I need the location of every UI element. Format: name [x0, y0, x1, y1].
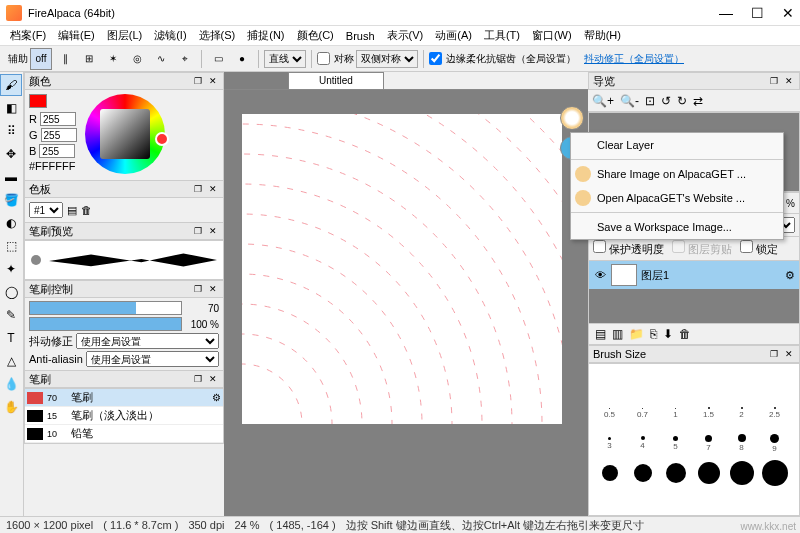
snap-grid-button[interactable]: ⊞ — [78, 48, 100, 70]
gradient-tool[interactable]: ◐ — [0, 212, 22, 234]
layer-new8-icon[interactable]: ▥ — [612, 327, 623, 341]
foreground-color-swatch[interactable] — [29, 94, 47, 108]
shake-correction-link[interactable]: 抖动修正（全局设置） — [584, 52, 684, 66]
color-wheel[interactable] — [85, 94, 165, 174]
menu-window[interactable]: 窗口(W) — [528, 26, 576, 45]
panel-undock-icon[interactable]: ❐ — [192, 183, 204, 195]
text-tool[interactable]: T — [0, 327, 22, 349]
select-wand-tool[interactable]: ✦ — [0, 258, 22, 280]
hue-handle[interactable] — [155, 132, 169, 146]
panel-undock-icon[interactable]: ❐ — [192, 75, 204, 87]
ctx-open-alpacaget[interactable]: Open AlpacaGET's Website ... — [571, 186, 783, 210]
brush-size-cell[interactable] — [659, 458, 692, 488]
menu-tools[interactable]: 工具(T) — [480, 26, 524, 45]
layer-folder-icon[interactable]: 📁 — [629, 327, 644, 341]
brush-list-item[interactable]: 10铅笔 — [25, 425, 223, 443]
fill-tool[interactable]: ▬ — [0, 166, 22, 188]
canvas[interactable] — [242, 114, 562, 424]
clip-check[interactable]: 图层剪贴 — [672, 240, 732, 257]
panel-close-icon[interactable]: ✕ — [783, 75, 795, 87]
bucket-tool[interactable]: 🪣 — [0, 189, 22, 211]
alpaca-float-button[interactable] — [560, 106, 584, 130]
zoom-fit-icon[interactable]: ⊡ — [645, 94, 655, 108]
brush-size-cell[interactable]: 9 — [758, 428, 791, 458]
eyedropper-tool[interactable]: 💧 — [0, 373, 22, 395]
palette-delete-icon[interactable]: 🗑 — [81, 204, 92, 216]
rotate-left-icon[interactable]: ↺ — [661, 94, 671, 108]
layer-merge-icon[interactable]: ⬇ — [663, 327, 673, 341]
shape-dot-button[interactable]: ● — [231, 48, 253, 70]
brush-tool[interactable]: 🖌 — [0, 74, 22, 96]
minimize-button[interactable]: — — [719, 5, 733, 21]
menu-edit[interactable]: 编辑(E) — [54, 26, 99, 45]
brush-size-cell[interactable] — [692, 368, 725, 398]
palette-select[interactable]: #1 — [29, 202, 63, 218]
brush-size-cell[interactable]: 2.5 — [758, 398, 791, 428]
snap-vanish-button[interactable]: ⌖ — [174, 48, 196, 70]
menu-file[interactable]: 档案(F) — [6, 26, 50, 45]
maximize-button[interactable]: ☐ — [751, 5, 764, 21]
brush-size-cell[interactable]: 2 — [725, 398, 758, 428]
ctx-clear-layer[interactable]: Clear Layer — [571, 133, 783, 157]
select-rect-tool[interactable]: ⬚ — [0, 235, 22, 257]
mirror-mode-select[interactable]: 双侧对称 — [356, 50, 418, 68]
menu-animation[interactable]: 动画(A) — [431, 26, 476, 45]
canvas-area[interactable] — [224, 90, 588, 516]
snap-circle-button[interactable]: ◎ — [126, 48, 148, 70]
brush-opacity-slider[interactable] — [29, 317, 182, 331]
line-type-select[interactable]: 直线 — [264, 50, 306, 68]
brush-size-cell[interactable]: 0.5 — [593, 398, 626, 428]
snap-parallel-button[interactable]: ∥ — [54, 48, 76, 70]
brush-size-slider[interactable] — [29, 301, 182, 315]
panel-close-icon[interactable]: ✕ — [207, 225, 219, 237]
move-tool[interactable]: ✥ — [0, 143, 22, 165]
panel-undock-icon[interactable]: ❐ — [192, 283, 204, 295]
ctx-share-alpacaget[interactable]: Share Image on AlpacaGET ... — [571, 162, 783, 186]
menu-layer[interactable]: 图层(L) — [103, 26, 146, 45]
brush-size-cell[interactable] — [725, 368, 758, 398]
protect-alpha-check[interactable]: 保护透明度 — [593, 240, 664, 257]
brush-size-cell[interactable] — [593, 368, 626, 398]
brush-size-cell[interactable] — [758, 458, 791, 488]
antialias-checkbox[interactable] — [429, 52, 442, 65]
palette-add-icon[interactable]: ▤ — [67, 204, 77, 217]
zoom-out-icon[interactable]: 🔍- — [620, 94, 639, 108]
brush-size-cell[interactable]: 5 — [659, 428, 692, 458]
r-input[interactable] — [40, 112, 76, 126]
panel-close-icon[interactable]: ✕ — [207, 183, 219, 195]
shake-select[interactable]: 使用全局设置 — [76, 333, 219, 349]
rotate-right-icon[interactable]: ↻ — [677, 94, 687, 108]
panel-undock-icon[interactable]: ❐ — [768, 75, 780, 87]
menu-help[interactable]: 帮助(H) — [580, 26, 625, 45]
g-input[interactable] — [41, 128, 77, 142]
gear-icon[interactable]: ⚙ — [785, 269, 795, 282]
brush-size-cell[interactable]: 0.7 — [626, 398, 659, 428]
aa-select[interactable]: 使用全局设置 — [86, 351, 219, 367]
hand-tool[interactable]: ✋ — [0, 396, 22, 418]
gear-icon[interactable]: ⚙ — [212, 392, 221, 403]
brush-size-cell[interactable] — [626, 458, 659, 488]
brush-size-cell[interactable] — [758, 368, 791, 398]
snap-off-button[interactable]: off — [30, 48, 52, 70]
brush-size-cell[interactable] — [692, 458, 725, 488]
layer-new-icon[interactable]: ▤ — [595, 327, 606, 341]
document-tab[interactable]: Untitled — [288, 72, 384, 89]
b-input[interactable] — [39, 144, 75, 158]
panel-undock-icon[interactable]: ❐ — [192, 373, 204, 385]
brush-list-item[interactable]: 70笔刷⚙ — [25, 389, 223, 407]
mirror-checkbox[interactable] — [317, 52, 330, 65]
dot-tool[interactable]: ⠿ — [0, 120, 22, 142]
brush-size-cell[interactable]: 8 — [725, 428, 758, 458]
menu-brush[interactable]: Brush — [342, 28, 379, 44]
menu-select[interactable]: 选择(S) — [195, 26, 240, 45]
brush-size-cell[interactable]: 1 — [659, 398, 692, 428]
panel-undock-icon[interactable]: ❐ — [768, 348, 780, 360]
layer-duplicate-icon[interactable]: ⎘ — [650, 327, 657, 341]
brush-size-cell[interactable]: 3 — [593, 428, 626, 458]
brush-size-cell[interactable] — [593, 458, 626, 488]
select-pen-tool[interactable]: ✎ — [0, 304, 22, 326]
panel-undock-icon[interactable]: ❐ — [192, 225, 204, 237]
panel-close-icon[interactable]: ✕ — [207, 283, 219, 295]
menu-view[interactable]: 表示(V) — [383, 26, 428, 45]
panel-close-icon[interactable]: ✕ — [207, 75, 219, 87]
